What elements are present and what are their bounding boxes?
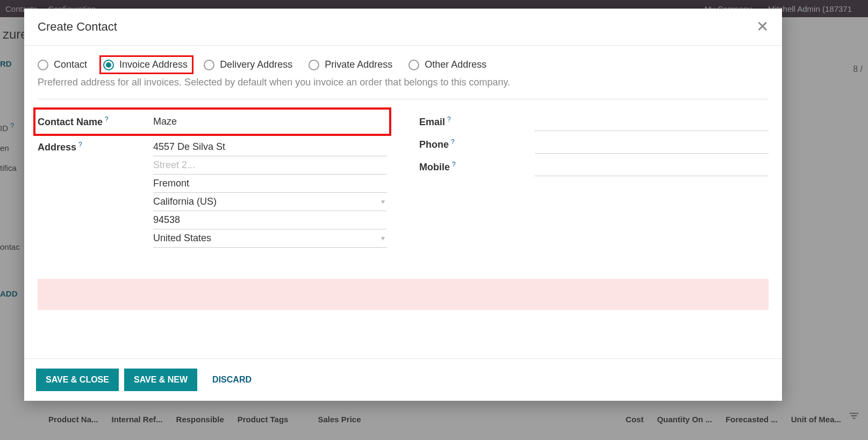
mobile-input[interactable] [535, 158, 769, 176]
close-icon[interactable]: ✕ [756, 19, 769, 34]
label-email: Email? [419, 113, 535, 128]
city-input[interactable] [153, 175, 387, 193]
label-mobile: Mobile? [419, 158, 535, 173]
divider [38, 99, 769, 99]
country-select[interactable] [153, 229, 387, 248]
radio-other-label: Other Address [425, 59, 486, 70]
label-phone: Phone? [419, 135, 535, 150]
radio-invoice-label: Invoice Address [119, 59, 188, 70]
radio-invoice-address[interactable]: Invoice Address [103, 59, 188, 70]
helper-text: Preferred address for all invoices. Sele… [38, 77, 769, 88]
form-columns: Contact Name? Address? [38, 113, 769, 252]
radio-contact[interactable]: Contact [38, 59, 87, 70]
modal-footer: SAVE & CLOSE SAVE & NEW DISCARD [24, 358, 782, 401]
email-input[interactable] [535, 113, 769, 131]
form-col-right: Email? Phone? Mobile? [419, 113, 769, 252]
discard-button[interactable]: DISCARD [203, 369, 261, 391]
label-contact-name: Contact Name? [38, 113, 153, 128]
radio-private-address[interactable]: Private Address [309, 59, 392, 70]
form-col-left: Contact Name? Address? [38, 113, 387, 252]
modal-header: Create Contact ✕ [24, 9, 782, 46]
radio-other-address[interactable]: Other Address [408, 59, 486, 70]
modal-title: Create Contact [38, 20, 117, 34]
label-address: Address? [38, 138, 153, 153]
save-new-button[interactable]: SAVE & NEW [124, 369, 197, 391]
create-contact-modal: Create Contact ✕ Contact Invoice Address… [24, 9, 782, 401]
zip-input[interactable] [153, 211, 387, 229]
save-close-button[interactable]: SAVE & CLOSE [36, 369, 119, 391]
radio-private-label: Private Address [325, 59, 392, 70]
radio-delivery-label: Delivery Address [220, 59, 292, 70]
contact-name-input[interactable] [153, 113, 387, 131]
street1-input[interactable] [153, 138, 387, 156]
street2-input[interactable] [153, 156, 387, 175]
warning-strip [38, 279, 769, 310]
address-type-radios: Contact Invoice Address Delivery Address… [38, 59, 769, 70]
radio-delivery-address[interactable]: Delivery Address [204, 59, 292, 70]
state-select[interactable] [153, 193, 387, 211]
radio-contact-label: Contact [54, 59, 87, 70]
phone-input[interactable] [535, 135, 769, 154]
modal-body: Contact Invoice Address Delivery Address… [24, 46, 782, 358]
